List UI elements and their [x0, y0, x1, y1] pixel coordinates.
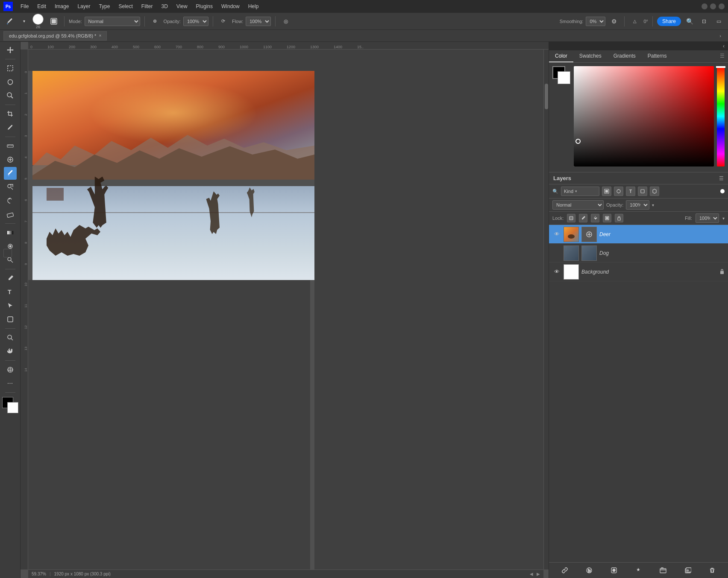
- link-layers-button[interactable]: [560, 565, 570, 575]
- menu-image[interactable]: Image: [51, 3, 72, 10]
- layers-panel-menu-icon[interactable]: ☰: [719, 175, 724, 181]
- brush-hardness-icon[interactable]: [48, 15, 60, 27]
- filter-adjustment-icon[interactable]: [614, 187, 623, 196]
- heal-tool[interactable]: [4, 153, 17, 166]
- history-brush-tool[interactable]: [4, 194, 17, 207]
- menu-select[interactable]: Select: [115, 3, 136, 10]
- lock-brush-icon[interactable]: [579, 214, 587, 222]
- menu-plugins[interactable]: Plugins: [193, 3, 216, 10]
- lock-artboard-icon[interactable]: [603, 214, 611, 222]
- canvas-content[interactable]: [28, 50, 543, 569]
- opacity-dropdown[interactable]: 100%: [183, 17, 208, 26]
- 3d-tool[interactable]: [4, 363, 17, 376]
- tab-color[interactable]: Color: [549, 50, 573, 62]
- menu-type[interactable]: Type: [95, 3, 113, 10]
- lock-all-icon[interactable]: [615, 214, 623, 222]
- lasso-tool[interactable]: [4, 76, 17, 88]
- right-panel-collapse[interactable]: ‹: [723, 43, 725, 49]
- opacity-dropdown-arrow[interactable]: ▾: [652, 203, 654, 207]
- color-picker-cursor[interactable]: [575, 139, 581, 144]
- document-tab[interactable]: edu.gcfglobal.org.psd @ 59.4% (RGB/8) * …: [3, 31, 107, 41]
- layers-blend-mode-dropdown[interactable]: Normal: [552, 200, 604, 210]
- eye-icon-dog[interactable]: 👁: [554, 250, 560, 256]
- opacity-icon[interactable]: ⊕: [149, 15, 161, 27]
- filter-smartobj-icon[interactable]: [650, 187, 659, 196]
- status-arrow-right[interactable]: ▶: [537, 572, 540, 576]
- add-mask-button[interactable]: [609, 565, 619, 575]
- eye-icon-deer[interactable]: 👁: [554, 231, 560, 237]
- add-fx-button[interactable]: fx: [584, 565, 594, 575]
- vertical-scrollbar[interactable]: [543, 50, 549, 569]
- extra-tools[interactable]: ···: [4, 377, 17, 390]
- tab-swatches[interactable]: Swatches: [573, 50, 608, 62]
- menu-edit[interactable]: Edit: [34, 3, 50, 10]
- brush-options-dropdown[interactable]: ▾: [18, 15, 30, 27]
- bg-color-swatch[interactable]: [558, 71, 570, 84]
- scroll-thumb-v[interactable]: [545, 84, 548, 109]
- document-canvas[interactable]: [32, 71, 314, 280]
- color-picker[interactable]: [552, 66, 725, 169]
- clone-stamp-tool[interactable]: [4, 181, 17, 193]
- smoothing-dropdown[interactable]: 0%: [586, 17, 605, 26]
- pen-tool[interactable]: [4, 272, 17, 285]
- fg-bg-swatches[interactable]: [2, 397, 18, 413]
- background-swatch[interactable]: [7, 402, 18, 413]
- workspace-icon[interactable]: ⊡: [698, 15, 710, 27]
- flow-dropdown[interactable]: 100%: [246, 17, 271, 26]
- menu-layer[interactable]: Layer: [74, 3, 94, 10]
- lock-move-icon[interactable]: [591, 214, 599, 222]
- eye-icon-bg[interactable]: 👁: [554, 269, 560, 275]
- eyedropper-tool[interactable]: [4, 121, 17, 134]
- menu-window[interactable]: Window: [218, 3, 243, 10]
- layer-deer-visibility[interactable]: 👁: [552, 230, 561, 239]
- hue-slider-cursor[interactable]: [716, 66, 725, 68]
- eraser-tool[interactable]: [4, 208, 17, 221]
- fill-dropdown-arrow[interactable]: ▾: [722, 216, 725, 221]
- layer-dog-visibility[interactable]: 👁: [552, 249, 561, 257]
- gradient-tool[interactable]: [4, 226, 17, 239]
- panel-collapse-icon[interactable]: ›: [716, 33, 725, 38]
- path-select-tool[interactable]: [4, 299, 17, 312]
- share-button[interactable]: Share: [657, 17, 681, 26]
- color-panel-menu[interactable]: ☰: [716, 50, 728, 62]
- filter-toggle[interactable]: [720, 189, 725, 193]
- layers-search-dropdown[interactable]: Kind ▾: [561, 187, 599, 196]
- mode-dropdown[interactable]: Normal: [85, 17, 140, 26]
- layer-deer[interactable]: 👁 Deer: [549, 225, 728, 244]
- layer-bg-visibility[interactable]: 👁: [552, 268, 561, 276]
- status-arrow-left[interactable]: ◀: [530, 572, 533, 576]
- tab-patterns[interactable]: Patterns: [642, 50, 673, 62]
- marquee-tool[interactable]: [4, 62, 17, 75]
- filter-pixel-icon[interactable]: [602, 187, 611, 196]
- crop-tool[interactable]: [4, 108, 17, 120]
- ruler-tool[interactable]: [4, 140, 17, 152]
- menu-view[interactable]: View: [173, 3, 191, 10]
- minimize-button[interactable]: [702, 3, 707, 9]
- shape-tool[interactable]: [4, 313, 17, 326]
- brush-tool-icon[interactable]: [3, 15, 15, 27]
- filter-type-icon[interactable]: T: [626, 187, 635, 196]
- filter-shape-icon[interactable]: [638, 187, 647, 196]
- layer-dog[interactable]: 👁 Dog: [549, 244, 728, 263]
- brush-tool[interactable]: [4, 167, 17, 180]
- maximize-button[interactable]: [710, 3, 716, 9]
- airbrush-icon[interactable]: ◎: [280, 15, 292, 27]
- tab-close-button[interactable]: ×: [99, 33, 101, 38]
- menu-filter[interactable]: Filter: [138, 3, 156, 10]
- hue-slider[interactable]: [717, 66, 725, 166]
- hand-tool[interactable]: [4, 345, 17, 358]
- flow-icon[interactable]: ⟳: [217, 15, 229, 27]
- panel-toggle-icon[interactable]: ▭: [713, 15, 725, 27]
- zoom-tool[interactable]: [4, 331, 17, 344]
- menu-3d[interactable]: 3D: [158, 3, 171, 10]
- lock-transparent-icon[interactable]: [567, 214, 575, 222]
- quick-select-tool[interactable]: [4, 89, 17, 102]
- menu-file[interactable]: File: [17, 3, 32, 10]
- new-layer-button[interactable]: [683, 565, 693, 575]
- delete-layer-button[interactable]: [707, 565, 717, 575]
- search-icon[interactable]: 🔍: [684, 15, 696, 27]
- color-gradient-field[interactable]: [574, 66, 714, 166]
- close-button[interactable]: [719, 3, 725, 9]
- move-tool[interactable]: [4, 44, 17, 56]
- smoothing-settings-icon[interactable]: ⚙: [608, 15, 620, 27]
